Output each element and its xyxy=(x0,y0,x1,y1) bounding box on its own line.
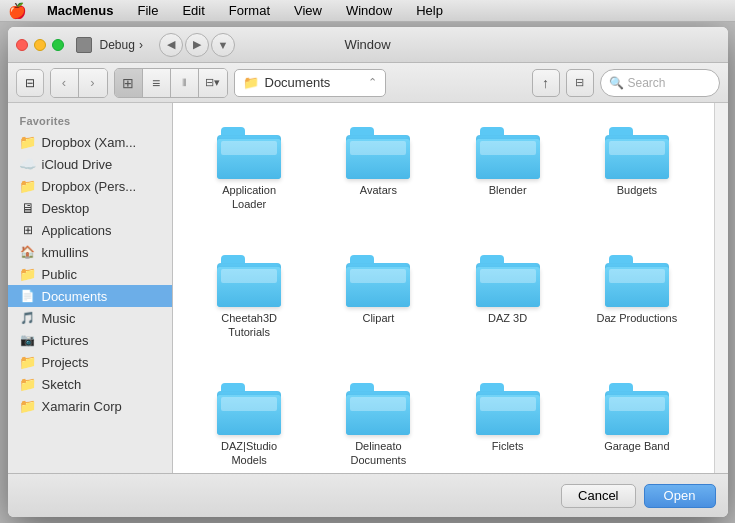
sidebar-label-projects: Projects xyxy=(42,355,89,370)
apple-menu[interactable]: 🍎 xyxy=(8,2,27,20)
folder-icon-application-loader xyxy=(217,127,281,179)
xamarin-corp-icon: 📁 xyxy=(20,398,36,414)
folder-icon-daz-productions xyxy=(605,255,669,307)
documents-icon: 📄 xyxy=(20,288,36,304)
menubar: 🍎 MacMenus File Edit Format View Window … xyxy=(0,0,735,22)
sidebar-label-applications: Applications xyxy=(42,223,112,238)
sidebar-item-documents[interactable]: 📄 Documents xyxy=(8,285,172,307)
folder-icon-budgets xyxy=(605,127,669,179)
file-label-cheetah3d-tutorials: Cheetah3D Tutorials xyxy=(221,311,277,340)
menubar-macmenus[interactable]: MacMenus xyxy=(43,3,117,18)
file-item-delineato-documents[interactable]: Delineato Documents xyxy=(318,375,439,473)
sidebar-item-kmullins[interactable]: 🏠 kmullins xyxy=(8,241,172,263)
forward-button[interactable]: › xyxy=(79,69,107,97)
file-item-avatars[interactable]: Avatars xyxy=(318,119,439,239)
debug-label: Debug › xyxy=(100,38,143,52)
nav-down[interactable]: ▼ xyxy=(211,33,235,57)
cancel-button[interactable]: Cancel xyxy=(561,484,635,508)
file-label-daz-3d: DAZ 3D xyxy=(488,311,527,325)
menubar-help[interactable]: Help xyxy=(412,3,447,18)
location-chevron: ⌃ xyxy=(368,76,377,89)
sidebar-section-favorites: Favorites xyxy=(8,111,172,131)
dropbox-xam-icon: 📁 xyxy=(20,134,36,150)
sidebar-item-desktop[interactable]: 🖥 Desktop xyxy=(8,197,172,219)
minimize-button[interactable] xyxy=(34,39,46,51)
sidebar-item-applications[interactable]: ⊞ Applications xyxy=(8,219,172,241)
file-label-blender: Blender xyxy=(489,183,527,197)
back-button[interactable]: ‹ xyxy=(51,69,79,97)
search-icon: 🔍 xyxy=(609,76,624,90)
file-item-budgets[interactable]: Budgets xyxy=(576,119,697,239)
file-item-daz-studio-models[interactable]: DAZ|Studio Models xyxy=(189,375,310,473)
sidebar-item-dropbox-pers[interactable]: 📁 Dropbox (Pers... xyxy=(8,175,172,197)
stop-button[interactable] xyxy=(76,37,92,53)
file-label-application-loader: Application Loader xyxy=(204,183,294,212)
sidebar-item-projects[interactable]: 📁 Projects xyxy=(8,351,172,373)
search-box[interactable]: 🔍 Search xyxy=(600,69,720,97)
folder-icon-garage-band xyxy=(605,383,669,435)
sidebar-label-sketch: Sketch xyxy=(42,377,82,392)
traffic-lights xyxy=(16,39,64,51)
toolbar: ⊟ ‹ › ⊞ ≡ ⦀ ⊟▾ 📁 Documents ⌃ ↑ ⊟ 🔍 Searc… xyxy=(8,63,728,103)
file-item-application-loader[interactable]: Application Loader xyxy=(189,119,310,239)
view-buttons: ⊞ ≡ ⦀ ⊟▾ xyxy=(114,68,228,98)
titlebar-nav: ◀ ▶ ▼ xyxy=(159,33,235,57)
file-grid: Application LoaderAvatarsBlenderBudgetsC… xyxy=(173,103,714,473)
file-item-cheetah3d-tutorials[interactable]: Cheetah3D Tutorials xyxy=(189,247,310,367)
icon-view-btn[interactable]: ⊟ xyxy=(16,69,44,97)
open-button[interactable]: Open xyxy=(644,484,716,508)
public-icon: 📁 xyxy=(20,266,36,282)
menubar-window[interactable]: Window xyxy=(342,3,396,18)
folder-icon-daz-3d xyxy=(476,255,540,307)
menubar-file[interactable]: File xyxy=(133,3,162,18)
file-item-blender[interactable]: Blender xyxy=(447,119,568,239)
projects-icon: 📁 xyxy=(20,354,36,370)
sidebar-item-music[interactable]: 🎵 Music xyxy=(8,307,172,329)
sidebar-label-documents: Documents xyxy=(42,289,108,304)
pictures-icon: 📷 xyxy=(20,332,36,348)
column-view-button[interactable]: ⦀ xyxy=(171,69,199,97)
sidebar-label-dropbox-pers: Dropbox (Pers... xyxy=(42,179,137,194)
folder-icon-delineato-documents xyxy=(346,383,410,435)
file-item-clipart[interactable]: Clipart xyxy=(318,247,439,367)
file-item-daz-3d[interactable]: DAZ 3D xyxy=(447,247,568,367)
sidebar-label-icloud-drive: iCloud Drive xyxy=(42,157,113,172)
folder-icon-daz-studio-models xyxy=(217,383,281,435)
sidebar-item-xamarin-corp[interactable]: 📁 Xamarin Corp xyxy=(8,395,172,417)
file-item-daz-productions[interactable]: Daz Productions xyxy=(576,247,697,367)
nav-arrows: ‹ › xyxy=(50,68,108,98)
folder-icon-ficlets xyxy=(476,383,540,435)
location-text: Documents xyxy=(265,75,331,90)
sidebar-item-sketch[interactable]: 📁 Sketch xyxy=(8,373,172,395)
window-minimize-btn[interactable]: ⊟ xyxy=(566,69,594,97)
menubar-format[interactable]: Format xyxy=(225,3,274,18)
file-label-garage-band: Garage Band xyxy=(604,439,669,453)
right-panel xyxy=(714,103,728,473)
search-placeholder: Search xyxy=(628,76,666,90)
close-button[interactable] xyxy=(16,39,28,51)
sidebar-item-pictures[interactable]: 📷 Pictures xyxy=(8,329,172,351)
file-item-ficlets[interactable]: Ficlets xyxy=(447,375,568,473)
menubar-edit[interactable]: Edit xyxy=(178,3,208,18)
sidebar-item-icloud-drive[interactable]: ☁️ iCloud Drive xyxy=(8,153,172,175)
path-view-button[interactable]: ⊟▾ xyxy=(199,69,227,97)
nav-left[interactable]: ◀ xyxy=(159,33,183,57)
menubar-view[interactable]: View xyxy=(290,3,326,18)
file-item-garage-band[interactable]: Garage Band xyxy=(576,375,697,473)
share-button[interactable]: ↑ xyxy=(532,69,560,97)
sidebar-item-dropbox-xam[interactable]: 📁 Dropbox (Xam... xyxy=(8,131,172,153)
nav-right[interactable]: ▶ xyxy=(185,33,209,57)
list-view-button[interactable]: ≡ xyxy=(143,69,171,97)
applications-icon: ⊞ xyxy=(20,222,36,238)
icon-view-button[interactable]: ⊞ xyxy=(115,69,143,97)
dropbox-pers-icon: 📁 xyxy=(20,178,36,194)
sidebar-item-public[interactable]: 📁 Public xyxy=(8,263,172,285)
file-label-clipart: Clipart xyxy=(362,311,394,325)
window-title: Window xyxy=(344,37,390,52)
sidebar-label-desktop: Desktop xyxy=(42,201,90,216)
sketch-icon: 📁 xyxy=(20,376,36,392)
icloud-drive-icon: ☁️ xyxy=(20,156,36,172)
location-bar[interactable]: 📁 Documents ⌃ xyxy=(234,69,386,97)
maximize-button[interactable] xyxy=(52,39,64,51)
kmullins-icon: 🏠 xyxy=(20,244,36,260)
